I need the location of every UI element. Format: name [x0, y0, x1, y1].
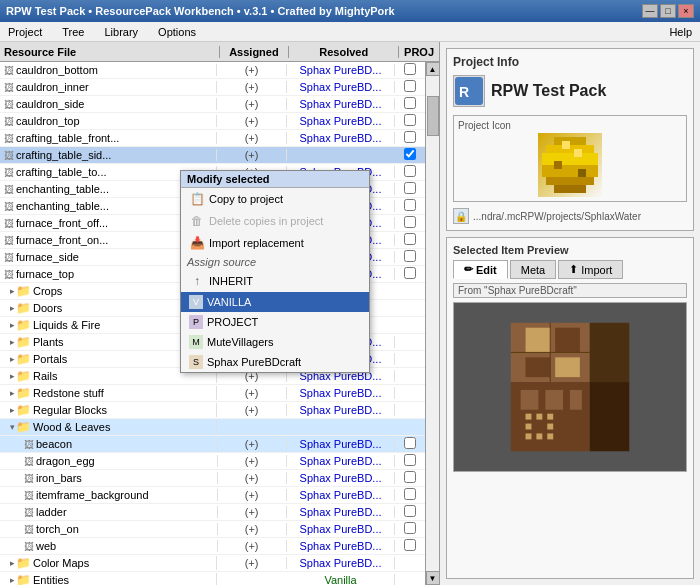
tree-row-color-maps[interactable]: ▸ 📁Color Maps (+) Sphax PureBD...: [0, 555, 425, 572]
row-proj[interactable]: [395, 505, 425, 519]
proj-checkbox[interactable]: [404, 63, 416, 75]
row-proj[interactable]: [395, 488, 425, 502]
window-controls[interactable]: — □ ×: [642, 4, 694, 18]
proj-checkbox[interactable]: [404, 471, 416, 483]
proj-checkbox[interactable]: [404, 80, 416, 92]
tree-row-itemframe[interactable]: 🖼itemframe_background (+) Sphax PureBD..…: [0, 487, 425, 504]
row-proj[interactable]: [395, 267, 425, 281]
expand-icon[interactable]: ▸: [10, 388, 15, 398]
close-button[interactable]: ×: [678, 4, 694, 18]
tree-row-iron-bars[interactable]: 🖼iron_bars (+) Sphax PureBD...: [0, 470, 425, 487]
proj-checkbox[interactable]: [404, 454, 416, 466]
proj-checkbox[interactable]: [404, 488, 416, 500]
ctx-vanilla[interactable]: V VANILLA: [181, 292, 369, 312]
row-proj[interactable]: [395, 199, 425, 213]
tree-row-dragon-egg[interactable]: 🖼dragon_egg (+) Sphax PureBD...: [0, 453, 425, 470]
tree-row-regular-blocks[interactable]: ▸ 📁Regular Blocks (+) Sphax PureBD...: [0, 402, 425, 419]
file-icon: 🖼: [24, 524, 34, 535]
expand-icon[interactable]: ▸: [10, 286, 15, 296]
tree-row-redstone[interactable]: ▸ 📁Redstone stuff (+) Sphax PureBD...: [0, 385, 425, 402]
row-assigned: (+): [218, 472, 287, 484]
proj-checkbox[interactable]: [404, 250, 416, 262]
inherit-icon: ↑: [189, 273, 205, 289]
tab-import[interactable]: ⬆ Import: [558, 260, 623, 279]
menu-project[interactable]: Project: [4, 26, 46, 38]
tab-edit[interactable]: ✏ Edit: [453, 260, 508, 279]
row-proj[interactable]: [395, 114, 425, 128]
minimize-button[interactable]: —: [642, 4, 658, 18]
expand-icon[interactable]: ▸: [10, 337, 15, 347]
proj-checkbox[interactable]: [404, 182, 416, 194]
svg-rect-21: [570, 390, 582, 410]
scroll-track[interactable]: [426, 76, 440, 571]
menu-options[interactable]: Options: [154, 26, 200, 38]
proj-checkbox[interactable]: [404, 114, 416, 126]
proj-checkbox[interactable]: [404, 199, 416, 211]
expand-icon[interactable]: ▸: [10, 558, 15, 568]
row-proj[interactable]: [395, 97, 425, 111]
row-proj[interactable]: [395, 233, 425, 247]
row-assigned: (+): [217, 132, 286, 144]
proj-checkbox[interactable]: [404, 437, 416, 449]
expand-icon[interactable]: ▸: [10, 575, 15, 585]
table-row-selected[interactable]: 🖼crafting_table_sid... (+): [0, 147, 425, 164]
row-proj[interactable]: [395, 522, 425, 536]
proj-checkbox[interactable]: [404, 216, 416, 228]
menu-library[interactable]: Library: [100, 26, 142, 38]
scroll-down-button[interactable]: ▼: [426, 571, 440, 585]
row-proj[interactable]: [395, 131, 425, 145]
table-row[interactable]: 🖼cauldron_top (+) Sphax PureBD...: [0, 113, 425, 130]
left-panel: Resource File Assigned Resolved PROJ 🖼ca…: [0, 42, 440, 585]
ctx-inherit[interactable]: ↑ INHERIT: [181, 270, 369, 292]
menu-help[interactable]: Help: [665, 26, 696, 38]
table-row[interactable]: 🖼cauldron_bottom (+) Sphax PureBD...: [0, 62, 425, 79]
expand-icon[interactable]: ▸: [10, 320, 15, 330]
proj-checkbox[interactable]: [404, 539, 416, 551]
tree-row-beacon[interactable]: 🖼beacon (+) Sphax PureBD...: [0, 436, 425, 453]
proj-checkbox[interactable]: [404, 522, 416, 534]
row-proj[interactable]: [395, 182, 425, 196]
ctx-delete-copies[interactable]: 🗑 Delete copies in project: [181, 210, 369, 232]
proj-checkbox[interactable]: [404, 233, 416, 245]
ctx-mute-villagers[interactable]: M MuteVillagers: [181, 332, 369, 352]
scroll-thumb[interactable]: [427, 96, 439, 136]
tree-row-wood-leaves[interactable]: ▾ 📁Wood & Leaves: [0, 419, 425, 436]
row-proj[interactable]: [395, 250, 425, 264]
row-proj[interactable]: [395, 437, 425, 451]
maximize-button[interactable]: □: [660, 4, 676, 18]
tree-row-entities[interactable]: ▸ 📁Entities Vanilla: [0, 572, 425, 585]
row-proj[interactable]: [395, 539, 425, 553]
row-proj[interactable]: [395, 80, 425, 94]
table-row[interactable]: 🖼cauldron_side (+) Sphax PureBD...: [0, 96, 425, 113]
proj-checkbox[interactable]: [404, 165, 416, 177]
row-proj[interactable]: [395, 165, 425, 179]
menu-tree[interactable]: Tree: [58, 26, 88, 38]
row-proj[interactable]: [395, 148, 425, 162]
tree-row-web[interactable]: 🖼web (+) Sphax PureBD...: [0, 538, 425, 555]
expand-icon[interactable]: ▸: [10, 354, 15, 364]
table-row[interactable]: 🖼crafting_table_front... (+) Sphax PureB…: [0, 130, 425, 147]
ctx-copy-to-project[interactable]: 📋 Copy to project: [181, 188, 369, 210]
ctx-import-replacement[interactable]: 📥 Import replacement: [181, 232, 369, 254]
ctx-project[interactable]: P PROJECT: [181, 312, 369, 332]
ctx-sphax[interactable]: S Sphax PureBDcraft: [181, 352, 369, 372]
row-proj[interactable]: [395, 471, 425, 485]
proj-checkbox[interactable]: [404, 97, 416, 109]
expand-icon[interactable]: ▸: [10, 371, 15, 381]
tree-row-torch-on[interactable]: 🖼torch_on (+) Sphax PureBD...: [0, 521, 425, 538]
proj-checkbox[interactable]: [404, 148, 416, 160]
expand-icon[interactable]: ▸: [10, 405, 15, 415]
proj-checkbox[interactable]: [404, 267, 416, 279]
tree-row-ladder[interactable]: 🖼ladder (+) Sphax PureBD...: [0, 504, 425, 521]
scroll-up-button[interactable]: ▲: [426, 62, 440, 76]
expand-icon[interactable]: ▾: [10, 422, 15, 432]
proj-checkbox[interactable]: [404, 505, 416, 517]
row-proj[interactable]: [395, 63, 425, 77]
expand-icon[interactable]: ▸: [10, 303, 15, 313]
row-proj[interactable]: [395, 454, 425, 468]
row-proj[interactable]: [395, 216, 425, 230]
tab-meta[interactable]: Meta: [510, 260, 556, 279]
proj-checkbox[interactable]: [404, 131, 416, 143]
table-row[interactable]: 🖼cauldron_inner (+) Sphax PureBD...: [0, 79, 425, 96]
scrollbar-vertical[interactable]: ▲ ▼: [425, 62, 439, 585]
